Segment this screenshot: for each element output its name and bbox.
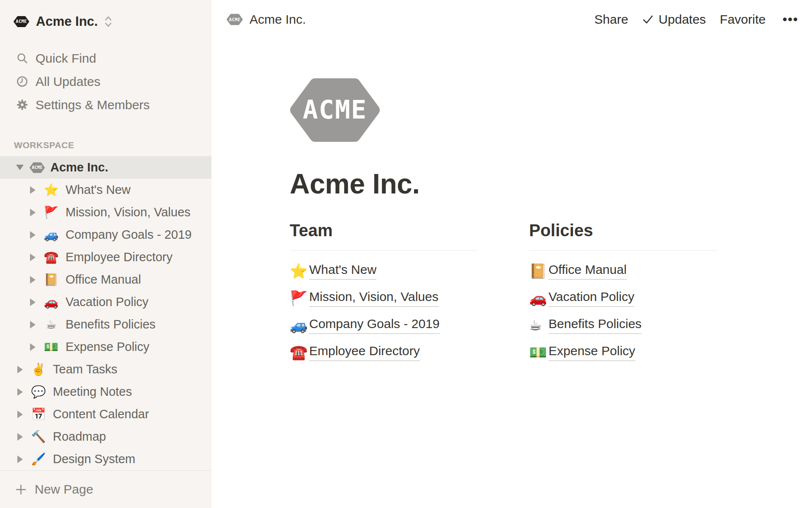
sidebar-page-mission-vision-values[interactable]: 🚩Mission, Vision, Values: [0, 201, 211, 224]
hammer-emoji: 🔨: [30, 430, 47, 444]
search-icon: [16, 52, 28, 64]
expand-toggle-icon[interactable]: [27, 231, 38, 239]
breadcrumb[interactable]: ACME Acme Inc.: [227, 12, 306, 27]
sidebar-page-expense-policy[interactable]: 💵Expense Policy: [0, 336, 211, 358]
expand-toggle-icon[interactable]: [14, 433, 25, 441]
page-link-label: Office Manual: [549, 262, 627, 280]
sidebar-page-team-tasks[interactable]: ✌️Team Tasks: [0, 358, 211, 381]
sidebar-page-roadmap[interactable]: 🔨Roadmap: [0, 425, 211, 448]
page-link-what-s-new[interactable]: ⭐ What's New: [290, 257, 478, 284]
sidebar-page-office-manual[interactable]: 📔Office Manual: [0, 268, 211, 291]
paintbrush-emoji: 🖌️: [30, 452, 47, 466]
page-link-expense-policy[interactable]: 💵 Expense Policy: [529, 339, 718, 366]
page-link-label: What's New: [309, 262, 376, 280]
sidebar-page-benefits-policies[interactable]: ☕Benefits Policies: [0, 313, 211, 336]
page-link-label: Mission, Vision, Values: [309, 290, 439, 307]
sidebar-item-all-updates[interactable]: All Updates: [0, 70, 211, 93]
dollar-banknote-emoji: 💵: [529, 344, 549, 361]
column-policies: Policies 📔 Office Manual 🚗 Vacation Poli…: [529, 221, 718, 366]
page-link-mission-vision-values[interactable]: 🚩 Mission, Vision, Values: [290, 284, 478, 312]
link-columns: Team ⭐ What's New 🚩 Mission, Vision, Val…: [290, 221, 812, 366]
column-link-list: 📔 Office Manual 🚗 Vacation Policy ☕ Bene…: [529, 251, 718, 366]
expand-toggle-icon[interactable]: [27, 276, 38, 284]
expand-toggle-icon[interactable]: [14, 165, 25, 170]
expand-toggle-icon[interactable]: [27, 298, 38, 306]
workspace-section-label: WORKSPACE: [14, 140, 211, 150]
page-title[interactable]: Acme Inc.: [290, 168, 812, 200]
sidebar-page-acme-inc[interactable]: ACMEAcme Inc.: [0, 156, 211, 179]
notebook-emoji: 📔: [42, 273, 60, 287]
page-link-label: Company Goals - 2019: [309, 317, 440, 334]
topbar: ACME Acme Inc. Share Updates Favorite ••…: [211, 0, 812, 39]
page-link-vacation-policy[interactable]: 🚗 Vacation Policy: [529, 284, 718, 312]
sidebar-menu: Quick Find All Updates: [0, 47, 211, 116]
expand-toggle-icon[interactable]: [27, 321, 38, 329]
acme-logo-icon: ACME: [227, 13, 243, 26]
topbar-actions: Share Updates Favorite •••: [594, 12, 798, 27]
expand-toggle-icon[interactable]: [27, 186, 38, 194]
svg-text:ACME: ACME: [229, 17, 240, 22]
sidebar-page-label: Vacation Policy: [66, 295, 148, 309]
sidebar-page-employee-directory[interactable]: ☎️Employee Directory: [0, 246, 211, 268]
acme-page-logo[interactable]: ACME: [290, 76, 380, 144]
page-link-benefits-policies[interactable]: ☕ Benefits Policies: [529, 312, 718, 339]
sidebar-page-design-system[interactable]: 🖌️Design System: [0, 448, 211, 470]
dollar-banknote-emoji: 💵: [42, 340, 60, 354]
favorite-button[interactable]: Favorite: [720, 12, 765, 27]
acme-logo-icon: ACME: [14, 15, 29, 28]
sidebar-page-label: Acme Inc.: [50, 160, 108, 174]
sidebar-page-label: What's New: [66, 183, 131, 197]
page-link-label: Vacation Policy: [549, 290, 634, 307]
share-button[interactable]: Share: [594, 12, 628, 27]
blue-car-emoji: 🚙: [42, 228, 60, 242]
sidebar-item-settings-members[interactable]: Settings & Members: [0, 93, 211, 116]
updates-button[interactable]: Updates: [642, 12, 706, 27]
svg-text:ACME: ACME: [32, 165, 43, 170]
expand-toggle-icon[interactable]: [14, 411, 25, 418]
page-link-label: Employee Directory: [309, 344, 420, 361]
sidebar-item-quick-find[interactable]: Quick Find: [0, 47, 211, 70]
column-team: Team ⭐ What's New 🚩 Mission, Vision, Val…: [290, 221, 478, 366]
svg-text:ACME: ACME: [16, 19, 27, 24]
triangular-flag-emoji: 🚩: [290, 290, 309, 306]
expand-toggle-icon[interactable]: [14, 366, 25, 373]
clock-icon: [16, 76, 28, 87]
blue-car-emoji: 🚙: [290, 317, 309, 334]
page-link-label: Benefits Policies: [549, 317, 642, 334]
column-heading: Team: [290, 221, 478, 251]
star-emoji: ⭐: [290, 262, 309, 279]
red-car-emoji: 🚗: [42, 295, 60, 309]
coffee-emoji: ☕: [42, 318, 60, 331]
sidebar-page-label: Team Tasks: [53, 362, 118, 376]
sidebar-page-company-goals-2019[interactable]: 🚙Company Goals - 2019: [0, 224, 211, 246]
sidebar-page-what-s-new[interactable]: ⭐What's New: [0, 179, 211, 201]
sidebar-page-label: Employee Directory: [66, 250, 173, 264]
page-link-label: Expense Policy: [549, 344, 635, 361]
main-area: ACME Acme Inc. Share Updates Favorite ••…: [211, 0, 812, 508]
sidebar-page-meeting-notes[interactable]: 💬Meeting Notes: [0, 381, 211, 403]
page-link-office-manual[interactable]: 📔 Office Manual: [529, 257, 718, 284]
column-link-list: ⭐ What's New 🚩 Mission, Vision, Values 🚙…: [290, 251, 478, 366]
expand-toggle-icon[interactable]: [27, 343, 38, 351]
plus-icon: [15, 484, 27, 495]
sidebar-page-vacation-policy[interactable]: 🚗Vacation Policy: [0, 291, 211, 313]
gear-icon: [16, 99, 28, 110]
calendar-emoji: 📅: [30, 407, 47, 421]
page-link-company-goals-2019[interactable]: 🚙 Company Goals - 2019: [290, 312, 478, 339]
expand-toggle-icon[interactable]: [14, 388, 25, 396]
expand-toggle-icon[interactable]: [27, 209, 38, 216]
sidebar-page-content-calendar[interactable]: 📅Content Calendar: [0, 403, 211, 425]
svg-text:ACME: ACME: [303, 95, 368, 124]
more-options-button[interactable]: •••: [782, 12, 798, 27]
workspace-name: Acme Inc.: [36, 14, 98, 29]
expand-toggle-icon[interactable]: [14, 456, 25, 463]
sidebar-page-label: Design System: [53, 452, 135, 466]
page-link-employee-directory[interactable]: ☎️ Employee Directory: [290, 339, 478, 366]
new-page-button[interactable]: New Page: [0, 470, 211, 508]
sidebar: ACME Acme Inc. Quick Find All Updates: [0, 0, 211, 508]
sidebar-page-label: Roadmap: [53, 430, 106, 444]
expand-toggle-icon[interactable]: [27, 254, 38, 261]
sidebar-page-label: Office Manual: [66, 273, 141, 287]
coffee-emoji: ☕: [529, 317, 549, 334]
workspace-switcher[interactable]: ACME Acme Inc.: [14, 9, 201, 34]
